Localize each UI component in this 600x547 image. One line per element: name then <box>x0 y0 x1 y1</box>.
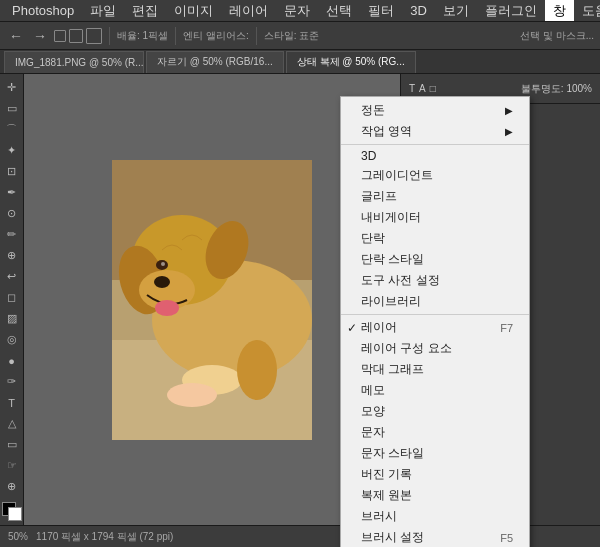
arrow-icon: ▶ <box>505 105 513 116</box>
brush-icon3 <box>86 28 102 44</box>
menu-notes[interactable]: 메모 <box>341 380 529 401</box>
brush-size-control <box>54 28 102 44</box>
menubar-3d[interactable]: 3D <box>402 0 435 21</box>
menu-history[interactable]: 버진 기록 <box>341 464 529 485</box>
menubar-filter[interactable]: 필터 <box>360 0 402 21</box>
menubar-help[interactable]: 도움말 <box>574 0 600 21</box>
menu-clone-source[interactable]: 복제 원본 <box>341 485 529 506</box>
menu-brush[interactable]: 브러시 <box>341 506 529 527</box>
menu-layers[interactable]: 레이어 F7 <box>341 317 529 338</box>
menu-glyph[interactable]: 글리프 <box>341 186 529 207</box>
menubar-text[interactable]: 문자 <box>276 0 318 21</box>
toolbar-sep1 <box>109 27 110 45</box>
document-dimensions: 1170 픽셀 x 1794 픽셀 (72 ppi) <box>36 530 173 544</box>
toolbar-right-labels: 선택 및 마스크... <box>520 29 594 43</box>
menubar-select[interactable]: 선택 <box>318 0 360 21</box>
menubar-layer[interactable]: 레이어 <box>221 0 276 21</box>
menu-library[interactable]: 라이브러리 <box>341 291 529 312</box>
menubar-window[interactable]: 창 <box>545 0 574 21</box>
menubar-edit[interactable]: 편집 <box>124 0 166 21</box>
menu-brush-settings[interactable]: 브러시 설정 F5 <box>341 527 529 547</box>
menubar-plugin[interactable]: 플러그인 <box>477 0 545 21</box>
menubar-view[interactable]: 보기 <box>435 0 477 21</box>
menu-navigator[interactable]: 내비게이터 <box>341 207 529 228</box>
menu-character[interactable]: 문자 <box>341 422 529 443</box>
menu-gradient[interactable]: 그레이디언트 <box>341 165 529 186</box>
options-toolbar: ← → 배율: 1픽셀 엔티 앨리어스: 스타일: 표준 선택 및 마스크... <box>0 22 600 50</box>
toolbar-sep3 <box>256 27 257 45</box>
menu-workspace[interactable]: 작업 영역 ▶ <box>341 121 529 142</box>
menu-3d[interactable]: 3D <box>341 147 529 165</box>
tab-img1881[interactable]: IMG_1881.PNG @ 50% (R... <box>4 51 144 73</box>
tab-state-copy[interactable]: 상태 복제 @ 50% (RG... <box>286 51 416 73</box>
menubar-image[interactable]: 이미지 <box>166 0 221 21</box>
shortcut-f5: F5 <box>500 532 513 544</box>
zoom-level: 50% <box>8 531 28 542</box>
tab-crop[interactable]: 자르기 @ 50% (RGB/16... <box>146 51 284 73</box>
menu-arrange[interactable]: 정돈 ▶ <box>341 100 529 121</box>
brush-icon <box>54 30 66 42</box>
toolbar-forward-icon[interactable]: → <box>30 26 50 46</box>
window-menu: 정돈 ▶ 작업 영역 ▶ 3D 그레이디언트 글리프 내비게이터 단락 단락 스… <box>340 96 530 547</box>
menubar: Photoshop 파일 편집 이미지 레이어 문자 선택 필터 3D 보기 플… <box>0 0 600 22</box>
menu-paragraph[interactable]: 단락 <box>341 228 529 249</box>
menu-paragraph-style[interactable]: 단락 스타일 <box>341 249 529 270</box>
menubar-photoshop[interactable]: Photoshop <box>4 0 82 21</box>
menu-histogram[interactable]: 막대 그래프 <box>341 359 529 380</box>
zoom-label: 배율: 1픽셀 <box>117 29 168 43</box>
main-area: ✛ ▭ ⌒ ✦ ⊡ ✒ ⊙ ✏ ⊕ ↩ ◻ ▨ ◎ ● ✑ T △ ▭ ☞ ⊕ <box>0 74 600 525</box>
menu-separator-1 <box>341 144 529 145</box>
menu-layer-comps[interactable]: 레이어 구성 요소 <box>341 338 529 359</box>
document-tabs: IMG_1881.PNG @ 50% (R... 자르기 @ 50% (RGB/… <box>0 50 600 74</box>
menu-shapes[interactable]: 모양 <box>341 401 529 422</box>
blend-label: 엔티 앨리어스: <box>183 29 249 43</box>
menu-character-style[interactable]: 문자 스타일 <box>341 443 529 464</box>
shortcut-f7: F7 <box>500 322 513 334</box>
menubar-file[interactable]: 파일 <box>82 0 124 21</box>
brush-icon2 <box>69 29 83 43</box>
menu-tool-preset[interactable]: 도구 사전 설정 <box>341 270 529 291</box>
arrow-icon: ▶ <box>505 126 513 137</box>
dropdown-overlay: 정돈 ▶ 작업 영역 ▶ 3D 그레이디언트 글리프 내비게이터 단락 단락 스… <box>0 74 600 525</box>
menu-separator-2 <box>341 314 529 315</box>
toolbar-sep2 <box>175 27 176 45</box>
toolbar-back-icon[interactable]: ← <box>6 26 26 46</box>
style-label: 스타일: 표준 <box>264 29 320 43</box>
